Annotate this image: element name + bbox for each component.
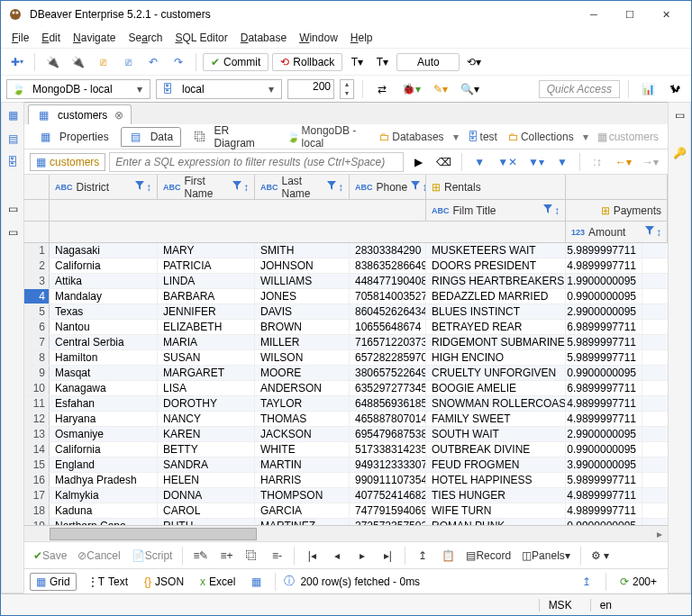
next-page-icon[interactable]: ▸ xyxy=(351,545,373,566)
cell-amount[interactable]: 3.9900000095 xyxy=(566,457,642,472)
cell-firstname[interactable]: BARBARA xyxy=(158,289,255,303)
table-row[interactable]: 14CaliforniaBETTYWHITE517338314235OUTBRE… xyxy=(24,442,668,457)
row-number[interactable]: 1 xyxy=(24,243,50,258)
data-grid[interactable]: 1NagasakiMARYSMITH28303384290MUSKETEERS … xyxy=(24,243,668,525)
cell-district[interactable]: California xyxy=(50,258,158,273)
row-number[interactable]: 13 xyxy=(24,427,50,441)
close-tab-icon[interactable]: ⊗ xyxy=(114,109,123,122)
cell-firstname[interactable]: BETTY xyxy=(158,442,255,457)
row-number[interactable]: 12 xyxy=(24,412,50,426)
table-row[interactable]: 3AttikaLINDAWILLIAMS448477190408RINGS HE… xyxy=(24,274,668,289)
bc-db[interactable]: 🗄test xyxy=(464,129,501,145)
cell-filmtitle[interactable]: HOTEL HAPPINESS xyxy=(426,473,566,487)
cell-firstname[interactable]: ELIZABETH xyxy=(158,320,255,334)
table-row[interactable]: 2CaliforniaPATRICIAJOHNSON838635286649DO… xyxy=(24,258,668,274)
record-button[interactable]: ▤ Record xyxy=(462,545,514,566)
row-number[interactable]: 11 xyxy=(24,396,50,411)
row-number[interactable]: 15 xyxy=(24,457,50,472)
cell-filmtitle[interactable]: FEUD FROGMEN xyxy=(426,457,566,472)
table-row[interactable]: 5TexasJENNIFERDAVIS860452626434BLUES INS… xyxy=(24,304,668,320)
col-payments[interactable]: ⊞Payments xyxy=(566,200,668,221)
row-number[interactable]: 14 xyxy=(24,442,50,457)
cell-firstname[interactable]: MARIA xyxy=(158,335,255,349)
cell-amount[interactable]: 1.9900000095 xyxy=(566,274,642,288)
cell-lastname[interactable]: WILSON xyxy=(255,350,350,365)
tool-search-icon[interactable]: 🔍▾ xyxy=(457,78,483,100)
col-rentals[interactable]: ⊞Rentals xyxy=(426,175,566,199)
cell-district[interactable]: Central Serbia xyxy=(50,335,158,349)
menu-help[interactable]: Help xyxy=(345,30,378,46)
script-button[interactable]: 📄 Script xyxy=(128,545,177,566)
cell-filmtitle[interactable]: BOOGIE AMELIE xyxy=(426,381,566,395)
tool-edit-icon[interactable]: ✎▾ xyxy=(430,78,451,100)
copy-row-icon[interactable]: ⿻ xyxy=(241,545,262,566)
cell-district[interactable]: Haryana xyxy=(50,412,158,426)
col-firstname[interactable]: ABCFirst Name↕ xyxy=(158,175,255,199)
cell-firstname[interactable]: NANCY xyxy=(158,412,255,426)
pres-text[interactable]: ⋮TText xyxy=(82,574,133,590)
nav-fwd-icon[interactable]: →▾ xyxy=(639,151,662,173)
table-row[interactable]: 19Northern CapeRUTHMARTINEZ272572357502R… xyxy=(24,519,668,525)
table-row[interactable]: 1NagasakiMARYSMITH28303384290MUSKETEERS … xyxy=(24,243,668,258)
cell-lastname[interactable]: MILLER xyxy=(255,335,350,349)
table-row[interactable]: 9MasqatMARGARETMOORE380657522649CRUELTY … xyxy=(24,366,668,381)
cell-amount[interactable]: 5.9899997711 xyxy=(566,473,642,487)
cell-phone[interactable]: 407752414682 xyxy=(350,488,426,503)
connection-combo[interactable]: 🍃 MongoDB - local ▾ xyxy=(6,79,150,99)
cell-firstname[interactable]: SANDRA xyxy=(158,457,255,472)
tab-customers[interactable]: ▦ customers ⊗ xyxy=(28,104,132,124)
cell-amount[interactable]: 6.9899997711 xyxy=(566,381,642,395)
cell-lastname[interactable]: JOHNSON xyxy=(255,258,350,273)
subtab-data[interactable]: ▤Data xyxy=(121,127,181,147)
row-number[interactable]: 18 xyxy=(24,503,50,518)
row-number[interactable]: 19 xyxy=(24,519,50,525)
table-row[interactable]: 18KadunaCAROLGARCIA747791594069WIFE TURN… xyxy=(24,503,668,519)
cell-firstname[interactable]: MARGARET xyxy=(158,366,255,380)
row-number[interactable]: 5 xyxy=(24,304,50,319)
cell-filmtitle[interactable]: WIFE TURN xyxy=(426,503,566,518)
table-row[interactable]: 8HamiltonSUSANWILSON657282285970HIGH ENC… xyxy=(24,350,668,366)
table-row[interactable]: 16Madhya PradeshHELENHARRIS990911107354H… xyxy=(24,473,668,488)
delete-row-icon[interactable]: ≡- xyxy=(266,545,287,566)
auto-button[interactable]: Auto xyxy=(396,53,460,71)
menu-sql[interactable]: SQL Editor xyxy=(169,30,232,46)
cell-lastname[interactable]: SMITH xyxy=(255,243,350,258)
cell-phone[interactable]: 28303384290 xyxy=(350,243,426,258)
table-row[interactable]: 11EsfahanDOROTHYTAYLOR648856936185SNOWMA… xyxy=(24,396,668,412)
tool-transfer-icon[interactable]: ⇄ xyxy=(371,78,393,100)
cell-lastname[interactable]: MOORE xyxy=(255,366,350,380)
cell-amount[interactable]: 5.9899997711 xyxy=(566,335,642,349)
filter-history-icon[interactable]: ▼▾ xyxy=(524,151,548,173)
bc-coll[interactable]: ▦customers xyxy=(594,129,662,145)
cell-district[interactable]: Northern Cape xyxy=(50,519,158,525)
cell-filmtitle[interactable]: SNOWMAN ROLLERCOASTER xyxy=(426,396,566,411)
cell-filmtitle[interactable]: BLUES INSTINCT xyxy=(426,304,566,319)
save-button[interactable]: ✔ Save xyxy=(30,545,70,566)
menu-edit[interactable]: Edit xyxy=(36,30,66,46)
panels-button[interactable]: ◫ Panels ▾ xyxy=(518,545,574,566)
rollback-button[interactable]: ⟲Rollback xyxy=(272,53,342,71)
cell-phone[interactable]: 465887807014 xyxy=(350,412,426,426)
cell-lastname[interactable]: DAVIS xyxy=(255,304,350,319)
cell-amount[interactable]: 2.9900000095 xyxy=(566,304,642,319)
row-number[interactable]: 8 xyxy=(24,350,50,365)
cell-lastname[interactable]: ANDERSON xyxy=(255,381,350,395)
cell-firstname[interactable]: KAREN xyxy=(158,427,255,441)
row-number[interactable]: 17 xyxy=(24,488,50,503)
cell-amount[interactable]: 4.9899997711 xyxy=(566,396,642,411)
table-row[interactable]: 12HaryanaNANCYTHOMAS465887807014FAMILY S… xyxy=(24,412,668,427)
cell-filmtitle[interactable]: RIDGEMONT SUBMARINE xyxy=(426,335,566,349)
perspective-db-icon[interactable]: 📊 xyxy=(637,78,659,100)
cell-amount[interactable]: 4.9899997711 xyxy=(566,503,642,518)
menu-search[interactable]: Search xyxy=(123,30,168,46)
cell-amount[interactable]: 4.9899997711 xyxy=(566,258,642,273)
col-phone[interactable]: ABCPhone↕ xyxy=(350,175,426,199)
filter-order-icon[interactable]: ▼ xyxy=(551,151,573,173)
table-row[interactable]: 6NantouELIZABETHBROWN10655648674BETRAYED… xyxy=(24,320,668,335)
cell-filmtitle[interactable]: CRUELTY UNFORGIVEN xyxy=(426,366,566,380)
cell-filmtitle[interactable]: BETRAYED REAR xyxy=(426,320,566,334)
cell-amount[interactable]: 0.9900000095 xyxy=(566,366,642,380)
menu-file[interactable]: File xyxy=(6,30,34,46)
add-row-icon[interactable]: ≡+ xyxy=(215,545,237,566)
cell-lastname[interactable]: JACKSON xyxy=(255,427,350,441)
